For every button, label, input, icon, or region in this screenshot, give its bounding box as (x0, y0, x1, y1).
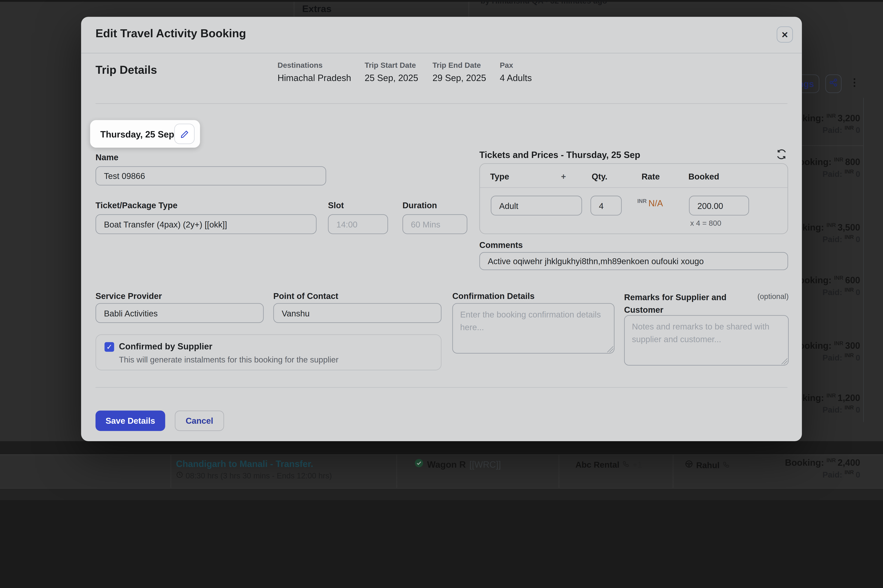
check-circle-icon (414, 459, 423, 470)
trip-start-value: 25 Sep, 2025 (365, 73, 418, 83)
duration-input (402, 214, 467, 234)
comments-label: Comments (479, 240, 523, 250)
selected-day-chip: Thursday, 25 Sep (90, 120, 200, 147)
ticket-type-label: Ticket/Package Type (96, 201, 178, 210)
resize-handle[interactable] (607, 346, 613, 352)
bg-column-divider (559, 455, 559, 489)
destinations-label: Destinations (277, 61, 351, 70)
resize-handle[interactable] (781, 358, 787, 364)
phone-icon (622, 460, 630, 469)
rate-value: N/A (648, 198, 663, 208)
bg-bottom-row: Chandigarh to Manali - Transfer. 08:30 h… (0, 454, 883, 488)
col-booked: Booked (688, 172, 719, 181)
bg-vehicle-code: [[WRC]] (469, 459, 501, 469)
bg-column-divider (469, 2, 469, 17)
bg-transfer-time: 08:30 hrs (3 hrs 30 mins - Ends 12:00 hr… (186, 471, 332, 480)
comments-input[interactable] (479, 252, 788, 270)
ticket-row-qty-input[interactable] (591, 196, 622, 216)
optional-tag: (optional) (757, 291, 789, 303)
bg-column-divider (673, 455, 673, 489)
name-label: Name (96, 153, 119, 162)
close-icon[interactable]: ✕ (777, 27, 793, 43)
bg-column-divider (171, 455, 171, 489)
col-rate: Rate (642, 172, 660, 181)
bg-column-divider (294, 2, 294, 17)
row-subtotal: x 4 = 800 (690, 219, 721, 228)
bg-booking-label: Booking: (785, 458, 824, 468)
share-icon (829, 78, 838, 90)
bg-booking-amount: 2,400 (838, 458, 860, 468)
service-provider-input[interactable] (96, 303, 264, 323)
slot-input (328, 214, 388, 234)
footer-divider (96, 387, 787, 388)
screen: Extras by Himanshu QA • 32 minutes ago n… (0, 0, 883, 500)
confirmation-details-label: Confirmation Details (452, 291, 535, 301)
bg-supplier-extra: +1 (633, 460, 642, 469)
bg-footer-strip (0, 488, 883, 500)
col-type: Type (490, 172, 509, 181)
table-header-divider (480, 187, 787, 188)
poc-label: Point of Contact (273, 291, 338, 301)
bg-column-divider (396, 455, 397, 489)
pencil-icon (180, 129, 189, 138)
bg-updated-byline: by Himanshu QA • 32 minutes ago (481, 0, 607, 6)
confirmed-help-text: This will generate instalments for this … (119, 356, 338, 364)
pax-value: 4 Adults (500, 73, 532, 83)
service-provider-label: Service Provider (96, 291, 162, 301)
slot-label: Slot (328, 201, 344, 210)
pax-label: Pax (500, 61, 532, 70)
confirmed-checkbox[interactable]: ✓ (105, 342, 114, 352)
remarks-textarea[interactable] (624, 315, 789, 366)
ticket-row-type-input[interactable] (491, 196, 582, 216)
name-input[interactable] (96, 166, 326, 186)
edit-travel-activity-booking-modal: Edit Travel Activity Booking ✕ Trip Deta… (81, 17, 802, 441)
add-ticket-type-button[interactable]: + (561, 172, 566, 181)
header-divider (81, 53, 802, 53)
trip-start-label: Trip Start Date (365, 61, 418, 70)
bg-gap-band (0, 441, 883, 454)
bg-share-button (825, 75, 841, 93)
page-top-strip (0, 0, 883, 2)
col-qty: Qty. (592, 172, 607, 181)
bg-supplier-name: Abc Rental (576, 460, 620, 469)
confirmation-details-textarea[interactable] (452, 303, 614, 354)
bg-vehicle-name: Wagon R (427, 459, 466, 469)
bg-card-border (863, 98, 864, 422)
ticket-type-input[interactable] (96, 214, 317, 234)
kebab-menu-icon: ⋮ (850, 76, 860, 89)
trip-details-heading: Trip Details (96, 64, 157, 77)
confirmed-by-supplier-panel: ✓ Confirmed by Supplier This will genera… (96, 334, 441, 370)
cancel-button[interactable]: Cancel (175, 411, 224, 431)
tickets-table: Type + Qty. Rate Booked INRN/A x 4 = 800 (479, 163, 788, 234)
steering-wheel-icon (685, 460, 693, 470)
section-divider (96, 103, 787, 104)
trip-end-value: 29 Sep, 2025 (432, 73, 486, 83)
duration-label: Duration (402, 201, 437, 210)
confirmed-label: Confirmed by Supplier (119, 342, 212, 351)
rate-currency: INR (637, 198, 647, 204)
edit-date-button[interactable] (174, 124, 195, 144)
destinations-value: Himachal Pradesh (277, 73, 351, 83)
save-details-button[interactable]: Save Details (96, 411, 165, 431)
selected-day-label: Thursday, 25 Sep (100, 129, 174, 139)
tickets-prices-heading: Tickets and Prices - Thursday, 25 Sep (479, 150, 640, 160)
trip-end-label: Trip End Date (432, 61, 486, 70)
refresh-icon[interactable] (776, 149, 788, 161)
clock-icon (176, 471, 183, 480)
bg-transfer-link: Chandigarh to Manali - Transfer. (176, 459, 313, 469)
ticket-row-booked-input[interactable] (689, 196, 749, 216)
modal-title: Edit Travel Activity Booking (96, 27, 246, 40)
remarks-label: Remarks for Supplier and Customer (624, 292, 727, 315)
poc-input[interactable] (273, 303, 441, 323)
bg-extras-heading: Extras (302, 3, 331, 14)
